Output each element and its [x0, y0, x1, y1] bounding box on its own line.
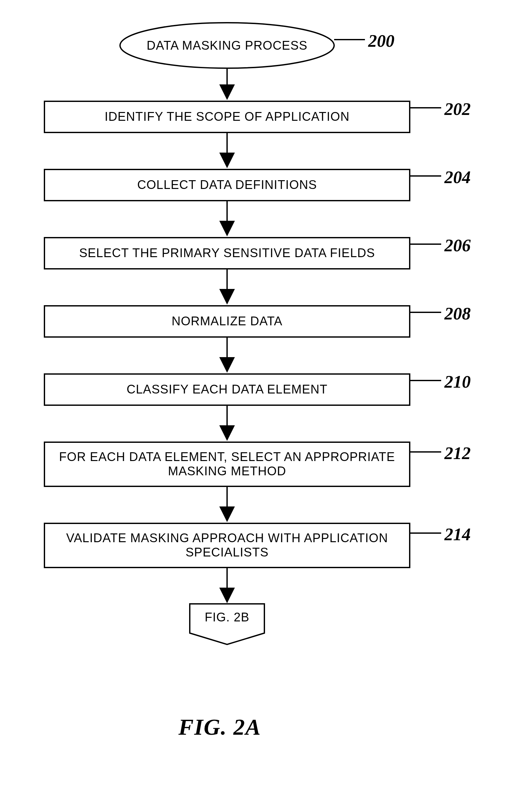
step-202: IDENTIFY THE SCOPE OF APPLICATION	[44, 101, 410, 133]
ref-208: 208	[444, 304, 471, 324]
step-206: SELECT THE PRIMARY SENSITIVE DATA FIELDS	[44, 237, 410, 270]
step-202-label: IDENTIFY THE SCOPE OF APPLICATION	[104, 110, 349, 124]
ref-204: 204	[444, 167, 471, 187]
step-210: CLASSIFY EACH DATA ELEMENT	[44, 373, 410, 406]
step-214: VALIDATE MASKING APPROACH WITH APPLICATI…	[44, 523, 410, 568]
leader-line-214	[410, 532, 441, 534]
ref-200: 200	[368, 31, 394, 51]
step-208-label: NORMALIZE DATA	[172, 314, 283, 328]
figure-caption: FIG. 2A	[178, 714, 261, 740]
ref-210: 210	[444, 372, 471, 392]
terminator-label: DATA MASKING PROCESS	[120, 36, 334, 55]
leader-line-212	[410, 451, 441, 453]
step-206-label: SELECT THE PRIMARY SENSITIVE DATA FIELDS	[79, 246, 375, 260]
step-208: NORMALIZE DATA	[44, 305, 410, 338]
offpage-connector-label: FIG. 2B	[190, 610, 264, 624]
ref-202: 202	[444, 99, 471, 119]
leader-line-200	[334, 39, 365, 40]
leader-line-202	[410, 107, 441, 109]
step-204: COLLECT DATA DEFINITIONS	[44, 169, 410, 201]
flowchart-canvas: { "start": { "label": "DATA MASKING PROC…	[0, 0, 532, 786]
leader-line-204	[410, 175, 441, 177]
leader-line-206	[410, 244, 441, 245]
ref-206: 206	[444, 235, 471, 255]
leader-line-210	[410, 380, 441, 381]
ref-214: 214	[444, 524, 471, 545]
step-214-label: VALIDATE MASKING APPROACH WITH APPLICATI…	[49, 531, 405, 559]
step-204-label: COLLECT DATA DEFINITIONS	[137, 178, 317, 192]
step-212: FOR EACH DATA ELEMENT, SELECT AN APPROPR…	[44, 442, 410, 487]
leader-line-208	[410, 312, 441, 313]
step-212-label: FOR EACH DATA ELEMENT, SELECT AN APPROPR…	[49, 450, 405, 478]
ref-212: 212	[444, 443, 471, 463]
step-210-label: CLASSIFY EACH DATA ELEMENT	[126, 383, 327, 397]
